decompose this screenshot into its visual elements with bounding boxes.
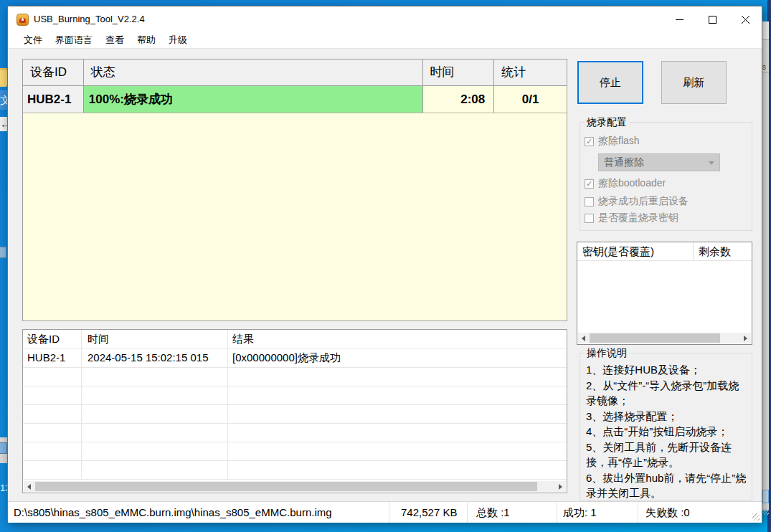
total-count-status: 总数 :1 [468,502,557,523]
window-title: USB_Burning_Tool_V2.2.4 [34,6,145,32]
resize-grip[interactable] [752,513,760,521]
key-table-header: 密钥(是否覆盖) 剩余数 [577,242,752,261]
burn-log-table: 设备ID 时间 结果 HUB2-1 2024-05-15 15:02:15 01… [22,329,567,493]
overwrite-key-checkbox[interactable] [585,214,594,223]
monitor-icon [0,247,6,258]
device-progress-table: 设备ID 状态 时间 统计 HUB2-1 100%:烧录成功 2:08 0/1 [22,59,567,321]
instruction-line: 5、关闭工具前，先断开设备连接，再“停止”烧录。 [586,440,749,470]
col-key: 密钥(是否覆盖) [577,242,694,260]
col-time: 时间 [423,60,495,85]
menu-view[interactable]: 查看 [99,32,131,48]
menu-upgrade[interactable]: 升级 [162,32,194,48]
scroll-track[interactable] [589,333,740,343]
reboot-after-checkbox[interactable] [585,197,594,206]
instructions-text: 1、连接好HUB及设备； 2、从“文件”-“导入烧录包”加载烧录镜像； 3、选择… [586,362,749,501]
scroll-left-icon[interactable] [578,333,589,343]
log-row[interactable]: HUB2-1 2024-05-15 15:02:15 015 [0x000000… [23,348,567,368]
burn-config-group: 烧录配置 ✓ 擦除flash 普通擦除 ✓ 擦除bootloader 烧录成功后… [580,122,752,231]
failed-count-status: 失败数 :0 [638,502,763,523]
background-window-text-fragment: s [762,63,769,73]
erase-flash-option[interactable]: ✓ 擦除flash [585,136,640,147]
log-result: [0x00000000]烧录成功 [228,348,567,367]
menu-help[interactable]: 帮助 [131,32,162,48]
burn-stat-cell: 0/1 [494,86,567,113]
erase-mode-value: 普通擦除 [599,154,719,171]
scroll-left-icon[interactable] [24,481,34,492]
device-id-cell: HUB2-1 [23,86,84,113]
status-bar: D:\s805\hinas_s805_eMMC.burn.img\hinas_s… [8,501,762,523]
stop-button[interactable]: 停止 [577,61,643,104]
erase-flash-label: 擦除flash [598,135,640,148]
col-remaining: 剩余数 [694,242,752,260]
background-window-edge [762,22,769,510]
scroll-right-icon[interactable] [555,481,566,492]
maximize-button[interactable] [696,6,729,32]
log-empty-row [23,424,567,442]
overwrite-key-label: 是否覆盖烧录密钥 [598,212,678,224]
chevron-down-icon [709,161,714,165]
menu-language[interactable]: 界面语言 [49,32,99,48]
log-empty-row [23,368,567,386]
log-time: 2024-05-15 15:02:15 015 [82,348,228,367]
erase-bootloader-label: 擦除bootloader [598,177,666,190]
log-table-hscrollbar[interactable] [24,481,566,492]
reboot-after-label: 烧录成功后重启设备 [598,195,689,208]
instruction-line: 1、连接好HUB及设备； [586,362,749,378]
window-controls [663,6,762,32]
scroll-track[interactable] [34,481,555,492]
instruction-line: 2、从“文件”-“导入烧录包”加载烧录镜像； [586,378,749,409]
titlebar[interactable]: USB_Burning_Tool_V2.2.4 [8,6,762,32]
background-window-titlebar-edge [762,22,769,40]
monitor-icon [0,442,7,454]
client-area: 设备ID 状态 时间 统计 HUB2-1 100%:烧录成功 2:08 0/1 … [8,49,762,501]
scroll-right-icon[interactable] [740,333,751,343]
instructions-group: 操作说明 1、连接好HUB及设备； 2、从“文件”-“导入烧录包”加载烧录镜像；… [580,353,752,501]
erase-bootloader-checkbox[interactable]: ✓ [585,179,594,189]
menu-file[interactable]: 文件 [17,32,49,48]
log-device-id: HUB2-1 [23,348,82,367]
image-path-status: D:\s805\hinas_s805_eMMC.burn.img\hinas_s… [8,502,389,523]
erase-mode-dropdown[interactable]: 普通擦除 [598,153,720,171]
instruction-line: 4、点击“开始”按钮启动烧录； [586,424,749,440]
device-row[interactable]: HUB2-1 100%:烧录成功 2:08 0/1 [23,86,567,113]
refresh-button[interactable]: 刷新 [661,61,727,104]
col-result: 结果 [228,330,567,348]
scroll-thumb[interactable] [35,482,537,491]
log-empty-row [23,386,567,405]
col-device-id: 设备ID [23,60,84,85]
image-size-status: 742,527 KB [389,502,468,523]
overwrite-key-option[interactable]: 是否覆盖烧录密钥 [585,212,678,224]
col-status: 状态 [84,60,423,85]
instruction-line: 6、拔出外置hub前，请先“停止”烧录并关闭工具。 [586,470,749,501]
desktop: 文 ← 13 s USB_Burning_Tool_V2.2.4 [0,0,771,532]
background-window-selected-item [762,490,769,503]
log-empty-row [23,461,567,480]
success-count-status: 成功: 1 [557,502,638,523]
col-device-id: 设备ID [23,330,82,348]
instruction-line: 3、选择烧录配置； [586,409,749,424]
background-window-resize-grip [763,509,769,515]
close-button[interactable] [729,6,762,32]
instructions-title: 操作说明 [585,347,629,359]
col-time: 时间 [82,330,228,348]
minimize-button[interactable] [663,6,696,32]
reboot-after-option[interactable]: 烧录成功后重启设备 [585,196,689,207]
log-empty-row [23,405,567,424]
burn-config-title: 烧录配置 [585,116,629,128]
key-table: 密钥(是否覆盖) 剩余数 [577,242,752,345]
device-table-header: 设备ID 状态 时间 统计 [23,60,567,86]
scroll-thumb[interactable] [590,333,720,343]
erase-bootloader-option[interactable]: ✓ 擦除bootloader [585,178,666,189]
menu-bar: 文件 界面语言 查看 帮助 升级 [8,32,762,48]
burn-status-cell: 100%:烧录成功 [84,86,423,113]
erase-flash-checkbox[interactable]: ✓ [585,137,594,146]
key-table-hscrollbar[interactable] [578,333,751,343]
col-stat: 统计 [494,60,567,85]
log-empty-row [23,442,567,461]
burn-time-cell: 2:08 [423,86,495,113]
usb-burning-tool-window: USB_Burning_Tool_V2.2.4 文件 界面语言 查看 帮助 升级 [7,6,762,522]
app-icon [16,14,29,26]
log-table-header: 设备ID 时间 结果 [23,330,567,348]
folder-icon [0,68,7,87]
